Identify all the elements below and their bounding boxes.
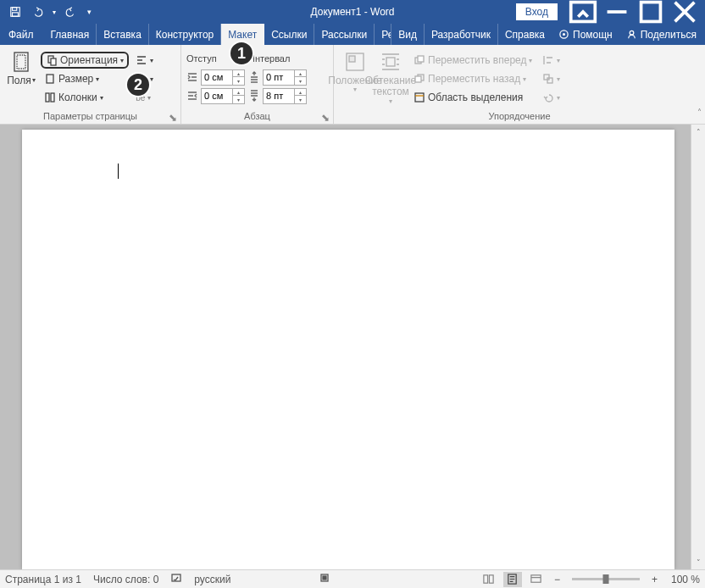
svg-rect-34 (531, 575, 541, 582)
scroll-down-button[interactable]: ˅ (691, 555, 705, 569)
status-words[interactable]: Число слов: 0 (93, 574, 158, 585)
page-setup-dialog-launcher[interactable]: ⬊ (169, 112, 179, 122)
spacing-after-icon (248, 90, 260, 102)
svg-rect-2 (13, 13, 19, 16)
tell-me-button[interactable]: Помощн (552, 29, 619, 41)
status-language[interactable]: русский (194, 574, 230, 585)
zoom-slider[interactable] (572, 578, 640, 580)
indent-right-input[interactable]: 0 см▴▾ (201, 88, 245, 104)
minimize-button[interactable] (600, 0, 634, 24)
collapse-ribbon-button[interactable]: ˄ (697, 108, 702, 117)
group-paragraph: Отступ 0 см▴▾ 0 см▴▾ Интервал 0 пт▴▾ (181, 45, 334, 124)
status-right: − + 100 % (480, 572, 700, 587)
tab-help[interactable]: Справка (498, 24, 552, 45)
svg-rect-16 (46, 93, 49, 102)
paragraph-dialog-launcher[interactable]: ⬊ (321, 112, 331, 122)
size-label: Размер (58, 73, 93, 85)
spacing-before-icon (248, 71, 260, 83)
tab-design[interactable]: Конструктор (149, 24, 221, 45)
ribbon-options-button[interactable] (566, 0, 600, 24)
svg-rect-25 (415, 93, 424, 102)
close-button[interactable] (668, 0, 702, 24)
svg-rect-12 (17, 55, 25, 69)
indent-right-value: 0 см (202, 91, 232, 101)
undo-dropdown[interactable]: ▾ (49, 2, 59, 22)
zoom-in-button[interactable]: + (648, 574, 661, 585)
margins-button[interactable]: Поля▾ (5, 48, 37, 109)
text-cursor (118, 164, 119, 179)
status-page[interactable]: Страница 1 из 1 (5, 574, 81, 585)
tab-mailings[interactable]: Рассылки (314, 24, 375, 45)
tab-home[interactable]: Главная (44, 24, 97, 45)
title-bar: ▾ ▾ Документ1 - Word Вход (0, 0, 705, 24)
svg-rect-22 (418, 56, 424, 62)
status-bar: Страница 1 из 1 Число слов: 0 русский − … (0, 569, 705, 588)
spacing-before-value: 0 пт (264, 72, 294, 82)
view-web-button[interactable] (527, 572, 546, 587)
tab-file[interactable]: Файл (2, 24, 41, 45)
spacing-before-input[interactable]: 0 пт▴▾ (263, 69, 307, 86)
tab-review[interactable]: Рецензирование (375, 24, 391, 45)
maximize-button[interactable] (634, 0, 668, 24)
tab-references[interactable]: Ссылки (264, 24, 314, 45)
svg-rect-20 (386, 58, 395, 66)
svg-rect-19 (349, 56, 355, 62)
save-button[interactable] (5, 2, 25, 22)
scroll-up-button[interactable]: ˄ (691, 125, 705, 139)
group-button: ▾ (539, 70, 563, 87)
view-print-button[interactable] (503, 572, 522, 587)
svg-rect-30 (323, 576, 326, 580)
share-button[interactable]: Поделиться (619, 29, 703, 41)
document-area: ˄ ˅ (0, 125, 705, 569)
orientation-button[interactable]: Ориентация▾ (41, 52, 129, 69)
titlebar-right: Вход (516, 0, 705, 24)
signin-button[interactable]: Вход (516, 3, 558, 20)
tab-insert[interactable]: Вставка (97, 24, 149, 45)
tab-view[interactable]: Вид (391, 24, 425, 45)
callout-1: 1 (229, 41, 254, 66)
send-backward-label: Переместить назад (428, 73, 520, 85)
redo-button[interactable] (61, 2, 81, 22)
status-proof-icon[interactable] (170, 572, 182, 586)
zoom-thumb[interactable] (602, 574, 608, 584)
qat-customize[interactable]: ▾ (83, 2, 95, 22)
indent-left-input[interactable]: 0 см▴▾ (201, 69, 245, 86)
indent-left-icon (186, 71, 198, 83)
svg-rect-5 (641, 3, 661, 22)
callout-2: 2 (125, 72, 151, 97)
share-label: Поделиться (641, 29, 697, 41)
align-button: ▾ (539, 52, 563, 69)
selection-pane-button[interactable]: Область выделения (410, 89, 536, 106)
rotate-button: ▾ (539, 89, 563, 106)
selection-pane-label: Область выделения (428, 92, 523, 103)
wrap-text-button: Обтекание текстом▾ (375, 48, 407, 109)
quick-access-toolbar: ▾ ▾ (0, 2, 95, 22)
undo-button[interactable] (27, 2, 47, 22)
svg-rect-15 (47, 75, 53, 83)
bring-forward-label: Переместить вперед (428, 54, 526, 66)
svg-rect-24 (415, 76, 421, 82)
group-page-setup: Поля▾ Ориентация▾ Размер▾ Колонки▾ ▾ ▾ (0, 45, 181, 124)
size-button[interactable]: Размер▾ (41, 70, 129, 87)
spacing-after-input[interactable]: 8 пт▴▾ (263, 88, 307, 104)
status-macro-icon[interactable] (319, 572, 330, 586)
view-read-button[interactable] (480, 572, 498, 587)
window-title: Документ1 - Word (310, 6, 394, 18)
svg-rect-31 (484, 575, 488, 583)
vertical-scrollbar[interactable]: ˄ ˅ (691, 125, 705, 569)
breaks-button[interactable]: ▾ (132, 52, 157, 69)
columns-button[interactable]: Колонки▾ (41, 89, 129, 106)
orientation-label: Ориентация (60, 54, 118, 66)
wrap-label: Обтекание текстом (365, 75, 416, 97)
tab-developer[interactable]: Разработчик (425, 24, 498, 45)
spacing-after-value: 8 пт (264, 91, 294, 101)
group-arrange-label: Упорядочение (339, 109, 700, 124)
zoom-out-button[interactable]: − (551, 574, 563, 585)
ribbon: Поля▾ Ориентация▾ Размер▾ Колонки▾ ▾ ▾ (0, 45, 705, 125)
zoom-level[interactable]: 100 % (666, 574, 700, 585)
document-page[interactable] (22, 130, 674, 569)
columns-label: Колонки (58, 92, 97, 103)
bring-forward-button: Переместить вперед▾ (410, 52, 536, 69)
group-paragraph-label: Абзац (186, 109, 328, 124)
indent-left-value: 0 см (202, 72, 232, 82)
